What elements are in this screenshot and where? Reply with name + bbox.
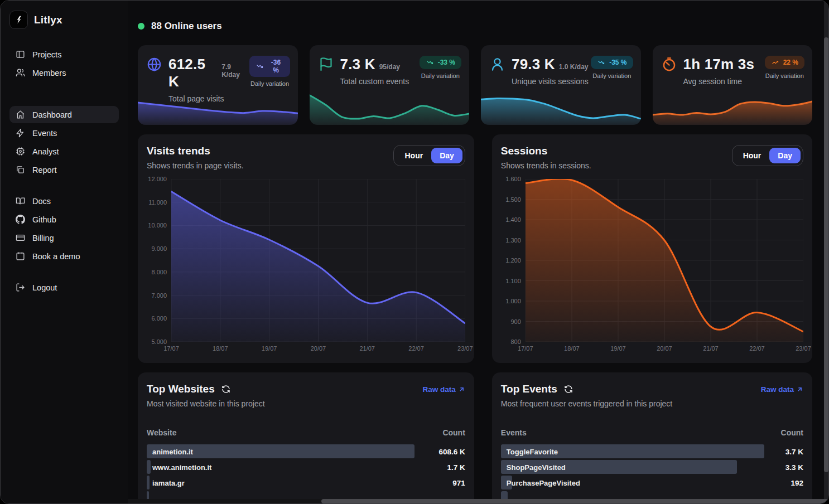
raw-data-link[interactable]: Raw data bbox=[761, 385, 803, 394]
sidebar-item-dashboard[interactable]: Dashboard bbox=[9, 106, 119, 123]
members-icon bbox=[16, 68, 25, 77]
sidebar-item-label: Logout bbox=[32, 283, 57, 292]
sidebar-item-members[interactable]: Members bbox=[9, 64, 119, 81]
tables-row: Top Websites Raw data Most visited websi… bbox=[138, 372, 812, 504]
sidebar-item-label: Book a demo bbox=[32, 252, 80, 261]
toggle-day-button[interactable]: Day bbox=[431, 148, 462, 163]
table-row[interactable]: PurchasePageVisited 192 bbox=[501, 476, 803, 490]
stat-label: Total custom events bbox=[340, 77, 409, 86]
stat-card-unique-visits-sessions: 79.3 K 1.0 K/day Unique visits sessions … bbox=[481, 45, 641, 125]
table-title: Top Events bbox=[501, 383, 557, 395]
timer-icon bbox=[662, 57, 677, 72]
table-row[interactable]: animetion.it 608.6 K bbox=[147, 444, 465, 458]
stat-value: 7.3 K bbox=[340, 56, 375, 73]
sidebar-item-label: Docs bbox=[32, 197, 51, 206]
chip-icon bbox=[16, 147, 25, 156]
report-icon bbox=[16, 165, 25, 175]
trending-down-icon bbox=[426, 59, 434, 66]
sidebar-item-label: Members bbox=[32, 69, 66, 77]
table-row[interactable]: ToggleFavorite 3.7 K bbox=[501, 444, 803, 458]
sidebar-item-logout[interactable]: Logout bbox=[9, 279, 119, 296]
online-users-label: 88 Online users bbox=[151, 21, 222, 32]
sidebar-item-label: Billing bbox=[32, 234, 54, 243]
daily-variation-badge: -36 % bbox=[249, 56, 290, 77]
stat-card-total-custom-events: 7.3 K 95/day Total custom events -33 % D bbox=[310, 45, 470, 125]
sidebar-item-label: Report bbox=[32, 166, 57, 175]
app-window: Litlyx Projects Members Dashboard Ev bbox=[0, 0, 829, 504]
vertical-scrollbar-thumb[interactable] bbox=[824, 37, 828, 472]
bolt-icon bbox=[16, 128, 25, 138]
litlyx-logo-icon bbox=[9, 11, 28, 29]
refresh-icon[interactable] bbox=[221, 385, 230, 394]
mini-area-chart bbox=[310, 88, 470, 125]
stat-value: 79.3 K bbox=[512, 56, 555, 73]
mini-area-chart bbox=[481, 88, 641, 125]
table-title: Top Websites bbox=[147, 383, 215, 395]
stat-card-avg-session-time: 1h 17m 3s Avg session time 22 % Daily v bbox=[653, 45, 813, 125]
hour-day-toggle: Hour Day bbox=[732, 145, 803, 166]
logout-icon bbox=[16, 283, 25, 292]
top-events-card: Top Events Raw data Most frequent user e… bbox=[492, 372, 812, 504]
chart-title: Visits trends bbox=[147, 145, 244, 157]
sidebar-item-billing[interactable]: Billing bbox=[9, 229, 119, 246]
sidebar-item-docs[interactable]: Docs bbox=[9, 192, 119, 210]
trending-down-icon bbox=[256, 63, 264, 70]
mini-area-chart bbox=[138, 88, 298, 125]
brand-name: Litlyx bbox=[34, 14, 62, 26]
table-row[interactable]: www.animetion.it 1.7 K bbox=[147, 460, 465, 474]
column-header-events: Events bbox=[501, 428, 527, 437]
table-row[interactable]: iamata.gr 971 bbox=[147, 476, 465, 490]
credit-card-icon bbox=[16, 233, 25, 243]
stat-cards-row: 612.5 K 7.9 K/day Total page visits -36 … bbox=[138, 45, 812, 125]
home-icon bbox=[16, 110, 25, 119]
sidebar-item-projects[interactable]: Projects bbox=[9, 46, 119, 63]
chart-subtitle: Shows trends in sessions. bbox=[501, 161, 591, 170]
sidebar-item-events[interactable]: Events bbox=[9, 124, 119, 142]
refresh-icon[interactable] bbox=[564, 385, 573, 394]
value-bar bbox=[147, 460, 151, 474]
globe-icon bbox=[147, 57, 162, 72]
online-users: 88 Online users bbox=[138, 21, 812, 32]
column-header-count: Count bbox=[442, 428, 465, 437]
table-row[interactable]: ShopPageVisited 3.3 K bbox=[501, 460, 803, 474]
arrow-up-right-icon bbox=[458, 386, 465, 393]
user-icon bbox=[490, 57, 505, 72]
sidebar-item-label: Dashboard bbox=[32, 110, 72, 119]
website-rows: animetion.it 608.6 K www.animetion.it 1.… bbox=[147, 444, 465, 504]
horizontal-scrollbar-thumb[interactable] bbox=[321, 499, 828, 503]
sidebar-item-label: Analyst bbox=[32, 147, 59, 156]
y-axis-labels: 1.6001.5001.4001.3001.2001.1001.00090080… bbox=[501, 179, 526, 342]
toggle-hour-button[interactable]: Hour bbox=[735, 148, 770, 163]
stat-card-total-page-visits: 612.5 K 7.9 K/day Total page visits -36 … bbox=[138, 45, 298, 125]
visits-trends-chart bbox=[171, 179, 465, 342]
sidebar-item-label: Events bbox=[32, 129, 57, 138]
arrow-up-right-icon bbox=[796, 386, 803, 393]
toggle-hour-button[interactable]: Hour bbox=[396, 148, 431, 163]
toggle-day-button[interactable]: Day bbox=[769, 148, 801, 163]
charts-row: Visits trends Shows trends in page visit… bbox=[138, 134, 812, 363]
x-axis-labels: 17/0718/0719/0720/0721/0722/0723/07 bbox=[526, 345, 803, 357]
sidebar: Litlyx Projects Members Dashboard Ev bbox=[1, 1, 128, 503]
table-subtitle: Most visited website in this project bbox=[147, 399, 465, 408]
github-icon bbox=[16, 215, 25, 224]
sidebar-item-analyst[interactable]: Analyst bbox=[9, 143, 119, 160]
column-header-count: Count bbox=[781, 428, 803, 437]
badge-caption: Daily variation bbox=[765, 72, 804, 79]
projects-icon bbox=[16, 50, 25, 59]
stat-label: Avg session time bbox=[683, 77, 759, 86]
raw-data-link[interactable]: Raw data bbox=[423, 385, 465, 394]
daily-variation-badge: -35 % bbox=[591, 56, 633, 69]
flag-icon bbox=[319, 57, 334, 72]
stat-rate: 7.9 K/day bbox=[221, 63, 249, 79]
chart-subtitle: Shows trends in page visits. bbox=[147, 161, 244, 170]
sidebar-item-report[interactable]: Report bbox=[9, 161, 119, 178]
book-icon bbox=[16, 196, 25, 206]
stat-value: 612.5 K bbox=[168, 56, 218, 90]
sidebar-item-label: Projects bbox=[32, 50, 61, 59]
sidebar-item-github[interactable]: Github bbox=[9, 211, 119, 228]
trending-down-icon bbox=[597, 59, 605, 66]
brand: Litlyx bbox=[9, 11, 119, 29]
top-websites-card: Top Websites Raw data Most visited websi… bbox=[138, 372, 474, 504]
online-status-dot bbox=[138, 23, 144, 30]
sidebar-item-book-a-demo[interactable]: Book a demo bbox=[9, 248, 119, 265]
